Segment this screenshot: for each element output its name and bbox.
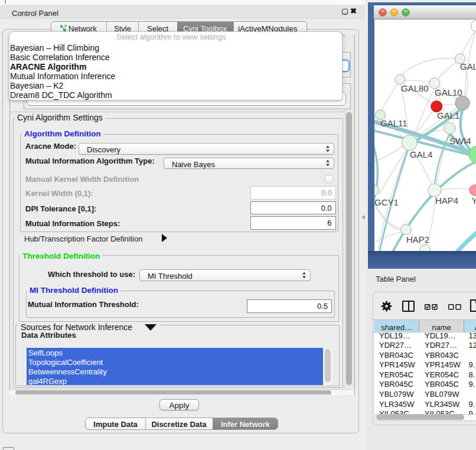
- svg-text:GAL4: GAL4: [410, 149, 432, 159]
- svg-text:SWI4: SWI4: [449, 136, 471, 146]
- svg-text:GCY1: GCY1: [374, 197, 399, 207]
- svg-text:GAL10: GAL10: [435, 87, 462, 97]
- svg-text:GAL7: GAL7: [460, 61, 476, 71]
- svg-text:GAL80: GAL80: [401, 83, 429, 93]
- svg-text:YJ: YJ: [472, 195, 476, 206]
- svg-text:GAL11: GAL11: [380, 118, 407, 128]
- svg-text:GAL1: GAL1: [437, 110, 459, 120]
- svg-text:HAP4: HAP4: [435, 195, 458, 206]
- svg-text:HAP2: HAP2: [406, 234, 429, 244]
